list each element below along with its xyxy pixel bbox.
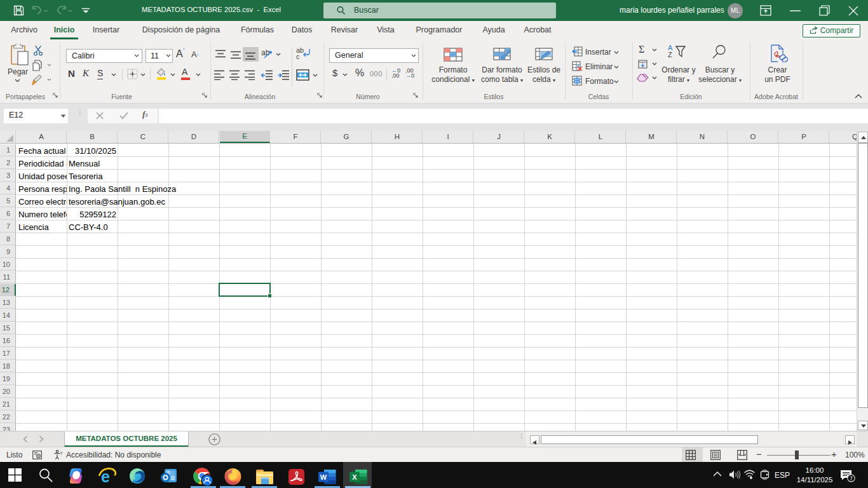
svg-text:W: W xyxy=(320,473,327,481)
svg-text:?: ? xyxy=(60,451,63,456)
svg-text:X: X xyxy=(352,473,357,481)
svg-text:7: 7 xyxy=(850,475,853,482)
